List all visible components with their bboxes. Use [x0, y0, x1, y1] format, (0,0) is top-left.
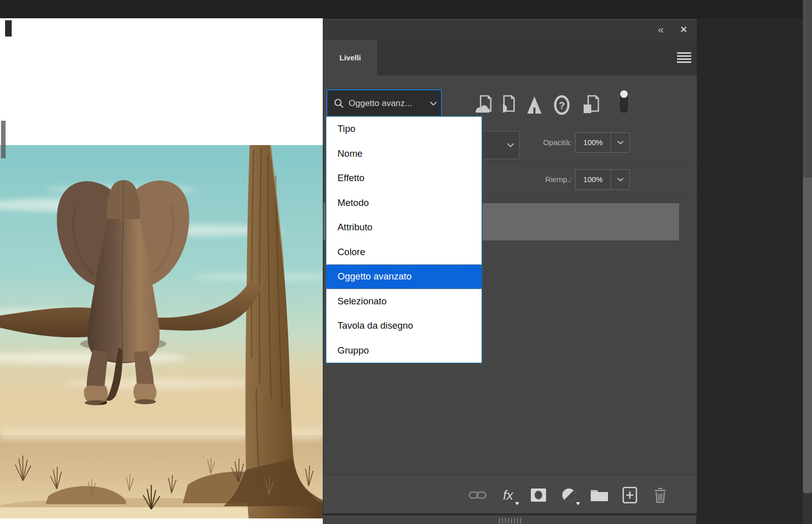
- panel-tab-bar: Livelli: [323, 40, 697, 76]
- panel-menu-icon[interactable]: [677, 52, 692, 63]
- panel-bottom-toolbar: fx: [323, 475, 697, 514]
- panel-resize-gutter: [323, 515, 696, 524]
- type-layer-filter-button[interactable]: [524, 93, 545, 117]
- delete-layer-button[interactable]: [650, 484, 670, 506]
- fill-dropdown-button[interactable]: [611, 169, 630, 190]
- tab-livelli[interactable]: Livelli: [323, 40, 377, 76]
- search-icon: [333, 98, 345, 109]
- photoshop-screen: « ✕ Livelli Oggetto avanz...: [0, 0, 812, 524]
- shape-layer-filter-button[interactable]: ?: [552, 93, 572, 117]
- canvas-image: [0, 145, 323, 518]
- folder-icon: [590, 488, 609, 502]
- dropdown-item-effetto[interactable]: Effetto: [326, 166, 482, 191]
- toggle-knob: [620, 90, 628, 98]
- close-panel-icon[interactable]: ✕: [678, 24, 690, 36]
- filter-type-value: Oggetto avanz...: [349, 98, 430, 109]
- collapse-panel-icon[interactable]: «: [654, 24, 667, 36]
- svg-text:?: ?: [559, 100, 565, 111]
- chevron-down-icon: [430, 101, 437, 106]
- dropdown-item-tavola-da-disegno[interactable]: Tavola da disegno: [326, 313, 482, 338]
- filter-type-dropdown-menu: TipoNomeEffettoMetodoAttributoColoreOgge…: [325, 116, 483, 364]
- new-layer-button[interactable]: [620, 484, 640, 506]
- fill-value[interactable]: 100%: [575, 169, 611, 190]
- layer-mask-icon: [530, 487, 547, 503]
- adjustment-menu-arrow-icon: [576, 502, 580, 505]
- add-layer-mask-button[interactable]: [528, 484, 549, 506]
- adjustment-circle-icon: [561, 487, 577, 503]
- opacity-label: Opacità:: [521, 132, 571, 153]
- new-layer-icon: [622, 486, 638, 504]
- dropdown-item-metodo[interactable]: Metodo: [326, 191, 482, 216]
- blend-mode-select[interactable]: [478, 131, 520, 159]
- opacity-dropdown-button[interactable]: [611, 132, 630, 153]
- ui-scrap-top-left: [5, 20, 12, 37]
- document-canvas: [0, 18, 323, 524]
- dropdown-item-tipo[interactable]: Tipo: [326, 117, 482, 142]
- pixel-layer-filter-button[interactable]: [473, 93, 494, 117]
- right-dock-strip-bottom: [803, 493, 812, 524]
- ui-scrap-left-edge: [1, 121, 6, 158]
- panel-resize-grip[interactable]: [499, 518, 523, 523]
- right-dock-strip[interactable]: [803, 178, 812, 493]
- fx-icon: fx: [503, 485, 513, 505]
- dropdown-item-attributo[interactable]: Attributo: [326, 215, 482, 240]
- dropdown-item-nome[interactable]: Nome: [326, 142, 482, 166]
- link-layers-button[interactable]: [467, 484, 488, 506]
- new-group-button[interactable]: [589, 484, 610, 506]
- fill-label: Riemp.:: [521, 169, 571, 190]
- new-adjustment-layer-button[interactable]: [559, 484, 579, 506]
- workspace-background: [696, 18, 803, 524]
- trash-icon: [653, 486, 668, 504]
- adjustment-layer-filter-button[interactable]: [497, 93, 517, 117]
- filter-type-combobox[interactable]: Oggetto avanz...: [326, 89, 442, 118]
- dropdown-item-gruppo[interactable]: Gruppo: [326, 338, 482, 363]
- smart-object-filter-button[interactable]: [581, 93, 601, 117]
- dropdown-item-colore[interactable]: Colore: [326, 240, 482, 265]
- dropdown-item-selezionato[interactable]: Selezionato: [326, 289, 482, 314]
- dropdown-item-list: TipoNomeEffettoMetodoAttributoColoreOgge…: [326, 117, 482, 363]
- application-top-bar: [0, 0, 803, 18]
- dropdown-item-oggetto-avanzato[interactable]: Oggetto avanzato: [326, 264, 482, 289]
- right-dock-strip-top: [803, 0, 812, 178]
- filtering-toggle-switch[interactable]: [619, 89, 629, 114]
- panel-header: « ✕: [323, 20, 697, 40]
- opacity-value[interactable]: 100%: [575, 132, 611, 153]
- fx-menu-arrow-icon: [515, 502, 519, 505]
- layer-styles-button[interactable]: fx: [498, 484, 518, 506]
